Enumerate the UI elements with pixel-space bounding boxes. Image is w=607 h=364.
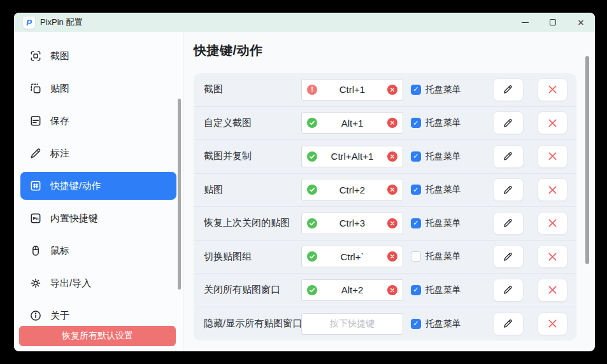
edit-hotkey-button[interactable] xyxy=(493,212,523,235)
edit-hotkey-button[interactable] xyxy=(493,178,523,201)
tray-checkbox[interactable] xyxy=(411,185,421,195)
restore-defaults-button[interactable]: 恢复所有默认设置 xyxy=(19,326,176,346)
clear-hotkey-icon[interactable] xyxy=(387,218,397,228)
sidebar-scrollbar[interactable] xyxy=(178,99,181,290)
hotkey-row: 贴图 Ctrl+2 托盘菜单 xyxy=(194,174,576,207)
clear-hotkey-icon[interactable] xyxy=(387,118,397,128)
hotkey-row: 自定义截图 Alt+1 托盘菜单 xyxy=(194,107,576,141)
tray-menu-option: 托盘菜单 xyxy=(411,218,482,229)
title-bar[interactable]: P PixPin 配置 × xyxy=(14,13,595,32)
pencil-icon xyxy=(503,185,513,195)
pencil-icon xyxy=(503,151,513,162)
delete-hotkey-button[interactable] xyxy=(538,178,568,201)
clear-hotkey-icon[interactable] xyxy=(387,285,397,295)
tray-menu-label: 托盘菜单 xyxy=(425,84,461,95)
pencil-icon xyxy=(503,284,513,295)
hotkey-input[interactable]: Alt+2 xyxy=(301,279,403,301)
edit-hotkey-button[interactable] xyxy=(493,312,523,335)
tray-checkbox[interactable] xyxy=(411,319,421,329)
sidebar-item-export-import[interactable]: 导出/导入 xyxy=(20,269,176,297)
tray-menu-option: 托盘菜单 xyxy=(411,284,482,296)
tray-menu-label: 托盘菜单 xyxy=(425,117,461,129)
hotkey-input[interactable]: Ctrl+1 xyxy=(301,79,403,101)
clear-hotkey-icon[interactable] xyxy=(387,151,397,162)
hotkey-input[interactable]: Ctrl+3 xyxy=(301,213,403,234)
sidebar-item-builtin-hotkeys[interactable]: Fn 内置快捷键 xyxy=(20,204,176,232)
page-title: 快捷键/动作 xyxy=(194,42,576,59)
about-icon xyxy=(29,309,42,322)
sidebar-item-screenshot[interactable]: 截图 xyxy=(20,42,176,70)
delete-hotkey-button[interactable] xyxy=(538,279,568,302)
hotkey-input[interactable]: Alt+1 xyxy=(301,112,403,134)
maximize-icon xyxy=(550,19,556,25)
ok-icon xyxy=(307,118,317,128)
tray-checkbox[interactable] xyxy=(411,85,421,95)
sidebar: 截图 贴图 保存 标注 xyxy=(14,32,183,351)
annotate-icon xyxy=(29,147,42,160)
main-scrollbar[interactable] xyxy=(585,56,589,264)
delete-hotkey-button[interactable] xyxy=(538,245,568,268)
hotkey-row: 切换贴图组 Ctrl+` 托盘菜单 xyxy=(194,241,576,274)
minimize-button[interactable] xyxy=(511,13,539,32)
delete-hotkey-button[interactable] xyxy=(538,312,568,335)
hotkey-input[interactable]: Ctrl+` xyxy=(301,246,403,267)
sidebar-item-label: 标注 xyxy=(50,148,69,160)
tray-checkbox[interactable] xyxy=(411,151,421,162)
ok-icon xyxy=(307,151,317,162)
delete-x-icon xyxy=(548,85,557,94)
hotkey-value: Alt+2 xyxy=(317,284,387,295)
tray-checkbox[interactable] xyxy=(411,218,421,228)
tray-checkbox[interactable] xyxy=(411,285,421,295)
sidebar-item-label: 快捷键/动作 xyxy=(50,180,101,192)
edit-hotkey-button[interactable] xyxy=(493,111,523,134)
app-logo: P xyxy=(23,17,35,29)
ok-icon xyxy=(307,251,317,262)
sidebar-item-pin-image[interactable]: 贴图 xyxy=(20,74,176,102)
hotkey-value: Ctrl+` xyxy=(317,251,387,262)
delete-x-icon xyxy=(548,185,557,195)
delete-hotkey-button[interactable] xyxy=(538,78,568,101)
sidebar-item-label: 关于 xyxy=(50,310,69,322)
hotkey-input[interactable]: Ctrl+Alt+1 xyxy=(301,146,403,167)
tray-checkbox[interactable] xyxy=(411,251,421,262)
close-icon: × xyxy=(578,17,584,28)
tray-menu-option: 托盘菜单 xyxy=(411,318,482,330)
hotkey-input[interactable]: Ctrl+2 xyxy=(301,179,403,200)
tray-menu-option: 托盘菜单 xyxy=(411,184,482,195)
hotkey-value: 按下快捷键 xyxy=(307,318,397,330)
pixpin-config-window: P PixPin 配置 × 截图 贴图 xyxy=(14,13,595,351)
sidebar-item-hotkeys[interactable]: 快捷键/动作 xyxy=(20,172,176,200)
hotkey-row: 截图 Ctrl+1 托盘菜单 xyxy=(194,73,576,107)
clear-hotkey-icon[interactable] xyxy=(387,251,397,262)
hotkey-row-label: 截图并复制 xyxy=(204,150,301,162)
mouse-icon xyxy=(29,244,42,257)
sidebar-item-mouse[interactable]: 鼠标 xyxy=(20,237,176,265)
tray-menu-option: 托盘菜单 xyxy=(411,117,482,129)
tray-menu-option: 托盘菜单 xyxy=(411,151,482,162)
hotkey-row-label: 贴图 xyxy=(204,184,301,196)
builtin-hotkeys-icon: Fn xyxy=(29,212,42,225)
sidebar-item-save[interactable]: 保存 xyxy=(20,107,176,135)
tray-menu-option: 托盘菜单 xyxy=(411,251,482,262)
close-button[interactable]: × xyxy=(567,13,595,32)
ok-icon xyxy=(307,285,317,295)
hotkey-row-label: 自定义截图 xyxy=(204,117,301,129)
delete-hotkey-button[interactable] xyxy=(538,145,568,168)
tray-menu-label: 托盘菜单 xyxy=(425,284,461,296)
tray-checkbox[interactable] xyxy=(411,118,421,128)
tray-menu-label: 托盘菜单 xyxy=(425,151,461,162)
edit-hotkey-button[interactable] xyxy=(493,145,523,168)
hotkey-row-label: 隐藏/显示所有贴图窗口 xyxy=(204,318,301,330)
pencil-icon xyxy=(503,318,513,329)
maximize-button[interactable] xyxy=(539,13,567,32)
clear-hotkey-icon[interactable] xyxy=(387,185,397,195)
hotkey-input[interactable]: 按下快捷键 xyxy=(301,313,403,335)
edit-hotkey-button[interactable] xyxy=(493,279,523,302)
delete-hotkey-button[interactable] xyxy=(538,111,568,134)
sidebar-item-annotate[interactable]: 标注 xyxy=(20,139,176,167)
clear-hotkey-icon[interactable] xyxy=(387,85,397,95)
edit-hotkey-button[interactable] xyxy=(493,78,523,101)
tray-menu-label: 托盘菜单 xyxy=(425,251,461,262)
edit-hotkey-button[interactable] xyxy=(493,245,523,268)
delete-hotkey-button[interactable] xyxy=(538,212,568,235)
